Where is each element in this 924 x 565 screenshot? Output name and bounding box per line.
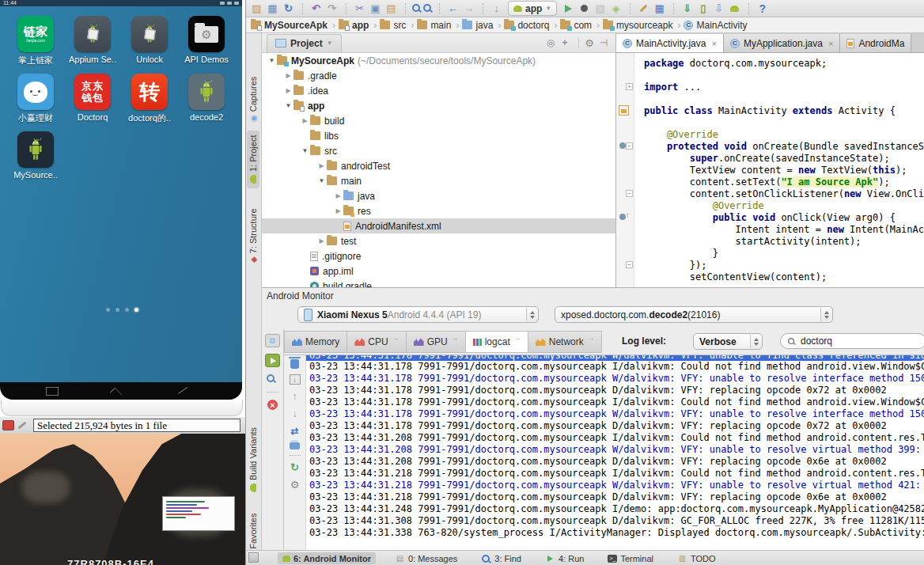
device-icon[interactable] [695,2,710,16]
monitor-tab-Memory[interactable]: Memory [284,331,346,353]
log-row-selected[interactable]: 03-23 13:44:31.178 7991-7991/doctorq.com… [306,355,924,361]
breadcrumb-item-mysourceapk[interactable]: mysourceapk [603,20,672,31]
settings-icon[interactable] [582,36,596,49]
collapse-arrow-icon[interactable]: ▶ [283,72,293,79]
breadcrumb-item-com[interactable]: com [560,20,592,31]
restart-icon[interactable] [288,461,301,473]
page-dot[interactable] [116,308,119,312]
breadcrumb-item-doctorq[interactable]: doctorq [504,20,549,31]
log-row[interactable]: 03-23 13:44:31.338 763-820/system_proces… [306,527,924,539]
override-marker-icon[interactable] [619,212,629,222]
copy-icon[interactable] [368,2,383,16]
log-row[interactable]: 03-23 13:44:31.248 7991-7991/doctorq.com… [306,503,924,515]
log-row[interactable]: 03-23 13:44:31.178 7991-7991/doctorq.com… [306,385,924,396]
tree-item-java[interactable]: ▶java [262,188,615,203]
collapse-arrow-icon[interactable]: ▶ [333,192,343,199]
log-row[interactable]: 03-23 13:44:31.208 7991-7991/doctorq.com… [306,432,924,444]
tree-item-main[interactable]: ▼main [262,173,615,188]
collapse-arrow-icon[interactable]: ▶ [316,237,327,245]
log-row[interactable]: 03-23 13:44:31.178 7991-7991/doctorq.com… [306,373,924,385]
breadcrumb-item-java[interactable]: java [462,20,493,31]
save-icon[interactable] [265,2,280,16]
tree-item-app.iml[interactable]: app.iml [262,264,615,279]
trash-icon[interactable] [290,359,299,369]
collapse-arrow-icon[interactable]: ▶ [300,117,310,124]
profile-icon[interactable] [608,2,623,16]
phone-screen[interactable]: 11:44 链家lianjia.com掌上链家Appium Se..Unlock… [0,0,242,382]
page-dot[interactable] [134,308,138,312]
hide-icon[interactable] [596,36,611,49]
tool-window-button-1: Project[interactable]: 1: Project [247,131,259,188]
editor-tab-AndroidMa[interactable]: AndroidMa [840,34,911,52]
app-Doctorq[interactable]: 京东钱包Doctorq [64,74,121,122]
print-icon[interactable] [290,442,300,449]
tree-item-src[interactable]: ▼src [262,143,615,158]
log-row[interactable]: 03-23 13:44:31.218 7991-7991/doctorq.com… [306,468,924,480]
run-icon[interactable] [561,2,576,16]
tree-item-build[interactable]: ▶build [262,113,615,128]
nav-recent-icon[interactable] [46,387,59,396]
tree-item-app[interactable]: ▼app [262,98,615,113]
app-doctorq的..[interactable]: 转doctorq的.. [121,74,178,124]
manifest-marker-icon[interactable] [619,105,629,116]
app-掌上链家[interactable]: 链家lianjia.com掌上链家 [7,16,64,66]
coverage-icon[interactable] [593,2,608,16]
collapse-arrow-icon[interactable]: ▶ [283,87,293,94]
tree-item-.idea[interactable]: ▶.idea [262,83,615,98]
tree-item-.gitignore[interactable]: .gitignore [262,248,615,264]
logcat-search-field[interactable]: doctorq [780,333,924,349]
app-小赢理财[interactable]: 小赢理财 [7,74,64,124]
nav-back-icon[interactable] [178,387,187,394]
expand-arrow-icon[interactable]: ▼ [300,147,310,154]
settings2-icon[interactable] [288,479,301,491]
statusbar-item-0: Messages[interactable]: 0: Messages [390,552,462,564]
statusbar-item-3: Find[interactable]: 3: Find [476,552,526,564]
tree-item-libs[interactable]: libs [262,128,615,143]
close-icon[interactable]: × [828,39,833,48]
commit-icon[interactable] [680,2,695,16]
statusbar-item-Terminal[interactable]: >_Terminal [603,552,658,564]
fold-marker-icon[interactable]: − [626,261,633,268]
breadcrumb-item-app[interactable]: app [339,20,369,31]
tree-item-.gradle[interactable]: ▶.gradle [262,68,615,83]
wrap-icon[interactable] [288,425,301,437]
find-icon[interactable] [411,3,422,13]
screenrecord-icon[interactable] [265,354,280,367]
help-icon[interactable] [755,2,770,16]
close-icon[interactable]: × [711,39,716,48]
open-icon[interactable] [249,2,264,16]
up-icon[interactable] [288,390,301,402]
statusbar-item-4: Run[interactable]: 4: Run [540,552,589,564]
log-row[interactable]: 03-23 13:44:31.208 7991-7991/doctorq.com… [306,444,924,456]
breadcrumb-item-main[interactable]: main [417,20,451,31]
tool-window-toggle-icon[interactable] [248,552,259,563]
editor-tab-MyApplication.java[interactable]: MyApplication.java× [724,34,841,52]
page-dot[interactable] [125,308,129,312]
breadcrumb-item-MainActivity[interactable]: MainActivity [684,20,747,31]
cut-icon[interactable] [352,2,367,16]
debug-icon[interactable] [577,2,592,16]
expand-arrow-icon[interactable]: ▼ [283,102,293,109]
editor-tab-MainActivity.java[interactable]: MainActivity.java× [616,34,724,52]
collapse-arrow-icon[interactable]: ▶ [316,162,327,169]
sdk-icon[interactable] [711,2,726,16]
monitor-tab-Network[interactable]: Network→ [528,331,602,353]
paste-icon[interactable] [384,2,399,16]
structure-icon[interactable] [652,2,667,16]
undo-icon[interactable] [309,2,324,16]
fold-marker-icon[interactable]: − [626,142,633,150]
export-icon[interactable] [290,374,301,385]
statusbar-item-6: Android Monitor[interactable]: 6: Android Monitor [278,552,376,564]
collapse-arrow-icon[interactable]: ▶ [333,207,343,214]
forward-icon[interactable] [461,2,476,16]
monitor-tab-logcat[interactable]: logcat→ [465,331,528,353]
log-row[interactable]: 03-23 13:44:31.218 7991-7991/doctorq.com… [306,491,924,503]
tree-item-build.gradle[interactable]: build.gradle [262,279,615,287]
log-row[interactable]: 03-23 13:44:31.178 7991-7991/doctorq.com… [306,396,924,408]
collapse-icon[interactable] [558,36,572,49]
screenshot-icon[interactable] [265,334,280,347]
app-MySource..[interactable]: MySource.. [7,131,64,180]
fold-marker-icon[interactable]: − [626,190,633,197]
sync-icon[interactable] [281,2,296,16]
wrench-icon[interactable] [636,2,651,16]
